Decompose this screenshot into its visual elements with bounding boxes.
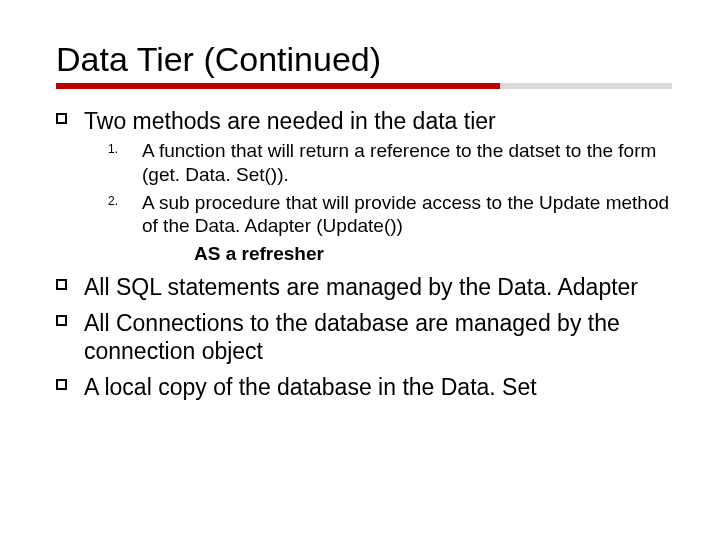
numbered-list: A function that will return a reference … <box>108 139 672 238</box>
bullet-list: Two methods are needed in the data tier … <box>56 107 672 401</box>
slide-title: Data Tier (Continued) <box>56 40 672 79</box>
bullet-text: A local copy of the database in the Data… <box>84 374 537 400</box>
title-underline <box>56 83 672 89</box>
numbered-text: A sub procedure that will provide access… <box>142 192 669 237</box>
numbered-text: A function that will return a reference … <box>142 140 656 185</box>
refresher-label: AS a refresher <box>194 242 672 265</box>
bullet-text: All SQL statements are managed by the Da… <box>84 274 638 300</box>
bullet-text: All Connections to the database are mana… <box>84 310 620 364</box>
bullet-item: Two methods are needed in the data tier … <box>56 107 672 265</box>
slide: Data Tier (Continued) Two methods are ne… <box>0 0 720 540</box>
numbered-item: A function that will return a reference … <box>108 139 672 187</box>
bullet-text: Two methods are needed in the data tier <box>84 108 496 134</box>
bullet-item: All SQL statements are managed by the Da… <box>56 273 672 301</box>
numbered-item: A sub procedure that will provide access… <box>108 191 672 239</box>
bullet-item: All Connections to the database are mana… <box>56 309 672 365</box>
bullet-item: A local copy of the database in the Data… <box>56 373 672 401</box>
